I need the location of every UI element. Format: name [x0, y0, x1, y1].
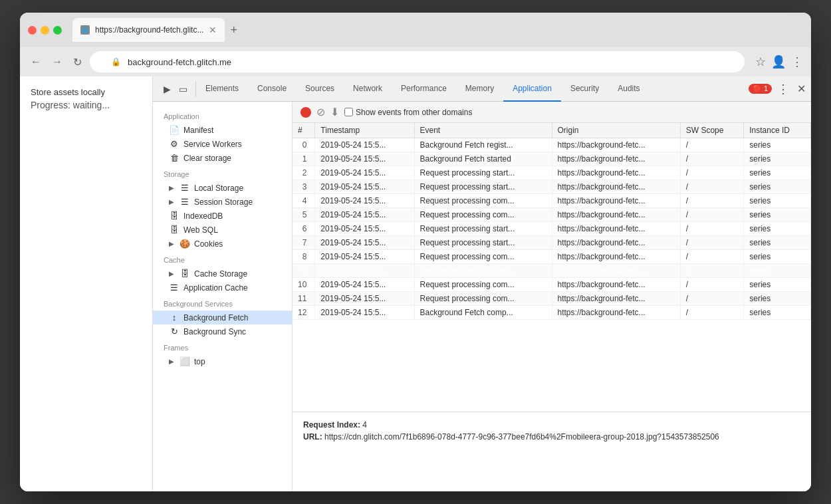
device-toggle-button[interactable]: ▭ [176, 81, 190, 97]
sidebar-item-manifest[interactable]: 📄 Manifest [153, 123, 292, 137]
devtools-body: Application 📄 Manifest ⚙ Service Workers… [153, 102, 811, 491]
cell-event: Request processing com... [414, 292, 552, 306]
cell-event: Request processing com... [414, 278, 552, 292]
tab-sources[interactable]: Sources [296, 76, 344, 102]
address-input[interactable]: 🔒 background-fetch.glitch.me [90, 51, 745, 72]
table-row[interactable]: 2 2019-05-24 15:5... Request processing … [293, 166, 811, 180]
cell-instance-id: series [744, 222, 811, 236]
cell-num: 6 [293, 222, 315, 236]
record-button[interactable] [300, 107, 311, 118]
reload-button[interactable]: ↻ [70, 53, 84, 71]
maximize-button[interactable] [53, 26, 62, 35]
sidebar-item-web-sql[interactable]: 🗄 Web SQL [153, 223, 292, 237]
tab-performance[interactable]: Performance [392, 76, 456, 102]
cell-instance-id: series [744, 278, 811, 292]
close-button[interactable] [28, 26, 37, 35]
cell-timestamp: 2019-05-24 15:5... [315, 166, 414, 180]
more-options-button[interactable]: ⋮ [774, 79, 792, 99]
application-cache-icon: ☰ [169, 283, 179, 293]
tab-network[interactable]: Network [344, 76, 392, 102]
col-timestamp: Timestamp [315, 123, 414, 138]
events-table: # Timestamp Event Origin SW Scope Instan… [293, 123, 811, 320]
bookmark-icon[interactable]: ☆ [755, 55, 766, 69]
cell-sw-scope: / [680, 180, 744, 194]
table-row[interactable]: 1 2019-05-24 15:5... Background Fetch st… [293, 152, 811, 166]
forward-button[interactable]: → [49, 53, 65, 70]
cell-origin: https://background-fetc... [552, 180, 680, 194]
table-row[interactable]: 4 2019-05-24 15:5... Request processing … [293, 194, 811, 208]
table-row[interactable]: 8 2019-05-24 15:5... Request processing … [293, 250, 811, 264]
minimize-button[interactable] [41, 26, 49, 35]
cell-instance-id: series [744, 250, 811, 264]
sidebar-item-cache-storage[interactable]: ▶ 🗄 Cache Storage [153, 267, 292, 281]
sidebar-item-cookies[interactable]: ▶ 🍪 Cookies [153, 237, 292, 251]
tab-application[interactable]: Application [503, 76, 561, 102]
table-row[interactable]: 5 2019-05-24 15:5... Request processing … [293, 208, 811, 222]
sidebar-item-background-sync[interactable]: ↻ Background Sync [153, 324, 292, 338]
cell-num: 0 [293, 138, 315, 152]
events-table-container: # Timestamp Event Origin SW Scope Instan… [293, 123, 811, 412]
devtools-close-button[interactable]: ✕ [794, 80, 808, 98]
cell-event: Background Fetch comp... [414, 306, 552, 320]
table-row[interactable]: 6 2019-05-24 15:5... Request processing … [293, 222, 811, 236]
tab-security[interactable]: Security [561, 76, 608, 102]
tab-console[interactable]: Console [248, 76, 296, 102]
cell-num: 4 [293, 194, 315, 208]
show-events-checkbox[interactable] [344, 108, 353, 116]
sidebar-item-indexeddb[interactable]: 🗄 IndexedDB [153, 209, 292, 223]
inspect-element-button[interactable]: ▶ [161, 81, 174, 97]
local-storage-expand-icon: ▶ [169, 184, 174, 191]
sidebar-item-background-fetch[interactable]: ↕ Background Fetch [153, 311, 292, 324]
cell-origin: https://background-fetc... [552, 278, 680, 292]
tab-bar: 🌐 https://background-fetch.glitc... ✕ + [72, 18, 803, 42]
application-section-label: Application [153, 107, 292, 123]
cell-timestamp: 2019-05-24 15:5... [315, 250, 414, 264]
sidebar-item-clear-storage[interactable]: 🗑 Clear storage [153, 151, 292, 165]
stop-button[interactable]: ⊘ [316, 106, 325, 118]
tab-elements[interactable]: Elements [196, 76, 248, 102]
cell-origin: https://background-fetc... [552, 138, 680, 152]
devtools-tabs: ▶ ▭ Elements Console Sources Network Per… [153, 76, 811, 102]
tab-audits[interactable]: Audits [608, 76, 649, 102]
cell-instance-id: series [744, 306, 811, 320]
cell-instance-id: series [744, 264, 811, 278]
sidebar-item-application-cache[interactable]: ☰ Application Cache [153, 281, 292, 295]
cell-event: Background Fetch started [414, 152, 552, 166]
cell-num: 7 [293, 236, 315, 250]
cookies-icon: 🍪 [179, 239, 190, 249]
menu-icon[interactable]: ⋮ [791, 55, 803, 69]
sidebar-item-session-storage[interactable]: ▶ ☰ Session Storage [153, 195, 292, 209]
cell-event: Request processing start... [414, 264, 552, 278]
tab-memory[interactable]: Memory [456, 76, 503, 102]
cell-instance-id: series [744, 236, 811, 250]
new-tab-button[interactable]: + [230, 23, 237, 37]
cell-origin: https://background-fetc... [552, 222, 680, 236]
page-progress: Progress: waiting... [31, 100, 142, 110]
active-tab[interactable]: 🌐 https://background-fetch.glitc... ✕ [72, 18, 225, 42]
cell-instance-id: series [744, 152, 811, 166]
cell-num: 9 [293, 264, 315, 278]
table-row[interactable]: 7 2019-05-24 15:5... Request processing … [293, 236, 811, 250]
sidebar-item-frames-top[interactable]: ▶ ⬜ top [153, 354, 292, 368]
account-icon[interactable]: 👤 [771, 55, 786, 69]
browser-window: 🌐 https://background-fetch.glitc... ✕ + … [20, 13, 811, 491]
detail-request-index: Request Index: 4 [303, 420, 800, 430]
tab-title: https://background-fetch.glitc... [95, 25, 203, 35]
table-row[interactable]: 9 2019-05-24 15:5... Request processing … [293, 264, 811, 278]
table-row[interactable]: 12 2019-05-24 15:5... Background Fetch c… [293, 306, 811, 320]
table-row[interactable]: 11 2019-05-24 15:5... Request processing… [293, 292, 811, 306]
back-button[interactable]: ← [28, 53, 44, 70]
table-row[interactable]: 10 2019-05-24 15:5... Request processing… [293, 278, 811, 292]
tab-close-icon[interactable]: ✕ [209, 25, 217, 35]
download-button[interactable]: ⬇ [330, 106, 339, 118]
sidebar-item-local-storage[interactable]: ▶ ☰ Local Storage [153, 181, 292, 195]
cell-sw-scope: / [680, 278, 744, 292]
devtools-main: ⊘ ⬇ Show events from other domains # [293, 102, 811, 491]
table-row[interactable]: 3 2019-05-24 15:5... Request processing … [293, 180, 811, 194]
cell-sw-scope: / [680, 250, 744, 264]
cache-storage-label: Cache Storage [194, 269, 247, 279]
cookies-label: Cookies [194, 239, 223, 249]
table-row[interactable]: 0 2019-05-24 15:5... Background Fetch re… [293, 138, 811, 152]
cell-timestamp: 2019-05-24 15:5... [315, 208, 414, 222]
sidebar-item-service-workers[interactable]: ⚙ Service Workers [153, 137, 292, 151]
